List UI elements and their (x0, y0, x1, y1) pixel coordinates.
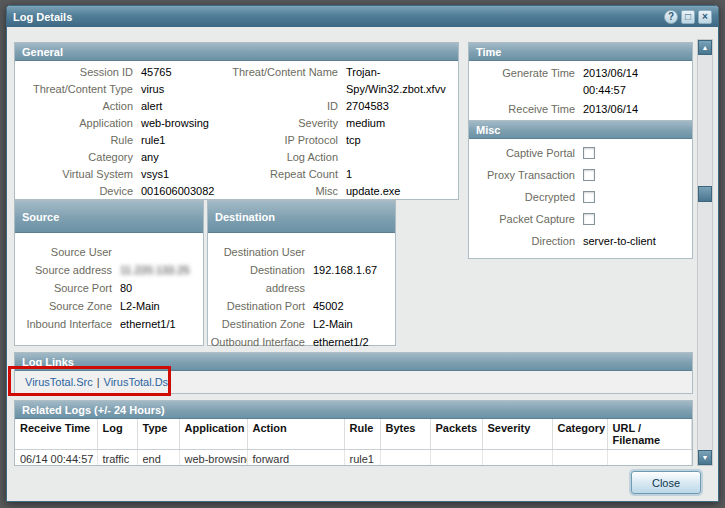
field-label: Device (19, 183, 141, 200)
field-value: any (141, 149, 159, 166)
scroll-down-icon[interactable]: ▼ (698, 450, 712, 465)
source-address-redacted: 11.220.133.25 (120, 261, 190, 279)
virustotal-dst-link[interactable]: VirusTotal.Dst (104, 376, 172, 388)
field-ip-protocol: IP Protocoltcp (225, 132, 454, 149)
field-repeat-count: Repeat Count1 (225, 166, 454, 183)
field-label: Source User (17, 243, 120, 261)
field-label: Threat/Content Name (225, 64, 346, 98)
cell (482, 450, 552, 467)
cell (552, 450, 607, 467)
field-misc: Miscupdate.exe (225, 183, 454, 200)
cell (607, 450, 692, 467)
link-separator: | (97, 376, 100, 388)
captive-portal-checkbox[interactable] (583, 147, 595, 159)
field-label: Category (19, 149, 141, 166)
field-label: Destination User (210, 243, 313, 261)
field-captive-portal: Captive Portal (473, 142, 688, 164)
destination-panel: Destination Destination User Destination… (207, 200, 396, 346)
field-application: Applicationweb-browsing (19, 115, 225, 132)
log-links-panel: Log Links VirusTotal.Src|VirusTotal.Dst (14, 352, 693, 394)
destination-panel-body: Destination User Destination address192.… (208, 233, 395, 351)
field-value: virus (141, 81, 164, 98)
column-severity[interactable]: Severity (482, 419, 552, 450)
cell (430, 450, 482, 467)
scroll-up-icon[interactable]: ▲ (698, 40, 712, 55)
close-button[interactable]: Close (631, 471, 701, 494)
field-label: Action (19, 98, 141, 115)
field-label: ID (225, 98, 346, 115)
misc-panel-body: Captive Portal Proxy Transaction Decrypt… (469, 139, 692, 258)
column-bytes[interactable]: Bytes (380, 419, 430, 450)
field-severity: Severitymedium (225, 115, 454, 132)
field-direction: Directionserver-to-client (473, 230, 688, 252)
packet-capture-checkbox[interactable] (583, 213, 595, 225)
virustotal-src-link[interactable]: VirusTotal.Src (25, 376, 93, 388)
general-panel-body: Session ID45765 Threat/Content Typevirus… (15, 61, 458, 203)
field-value: 45002 (313, 297, 344, 315)
dialog-titlebar[interactable]: Log Details ? □ × (7, 6, 718, 27)
table-header-row: Receive Time Log Type Application Action… (15, 419, 692, 450)
field-label: Session ID (19, 64, 141, 81)
cell: web-browsing (179, 450, 247, 467)
help-icon[interactable]: ? (664, 10, 678, 24)
field-threat-content-name: Threat/Content NameTrojan-Spy/Win32.zbot… (225, 64, 454, 98)
field-value: alert (141, 98, 162, 115)
field-destination-address: Destination address192.168.1.67 (210, 261, 393, 297)
source-panel-header: Source (15, 201, 203, 233)
field-value: 2013/06/14 00:44:57 (583, 65, 678, 99)
misc-panel: Misc Captive Portal Proxy Transaction De… (468, 120, 693, 259)
field-label: Outbound Interface (210, 333, 313, 351)
column-action[interactable]: Action (247, 419, 344, 450)
field-label: Packet Capture (473, 211, 583, 228)
field-device: Device001606003082 (19, 183, 225, 200)
close-icon[interactable]: × (698, 10, 712, 24)
field-value: L2-Main (313, 315, 353, 333)
restore-icon[interactable]: □ (681, 10, 695, 24)
column-application[interactable]: Application (179, 419, 247, 450)
related-logs-panel: Related Logs (+/- 24 Hours) Receive Time… (14, 400, 693, 466)
column-category[interactable]: Category (552, 419, 607, 450)
general-left-column: Session ID45765 Threat/Content Typevirus… (19, 64, 225, 200)
field-label: Destination address (210, 261, 313, 297)
general-panel: General Session ID45765 Threat/Content T… (14, 42, 459, 200)
field-source-address: Source address11.220.133.25 (17, 261, 201, 279)
field-label: IP Protocol (225, 132, 346, 149)
field-label: Rule (19, 132, 141, 149)
field-rule: Rulerule1 (19, 132, 225, 149)
vertical-scrollbar[interactable]: ▲ ▼ (697, 39, 713, 466)
field-value: rule1 (141, 132, 165, 149)
column-packets[interactable]: Packets (430, 419, 482, 450)
field-value: server-to-client (583, 233, 656, 250)
screen: Log Details ? □ × General Session ID4576… (0, 0, 725, 508)
field-inbound-interface: Inbound Interfaceethernet1/1 (17, 315, 201, 333)
field-label: Inbound Interface (17, 315, 120, 333)
field-virtual-system: Virtual Systemvsys1 (19, 166, 225, 183)
cell: rule1 (344, 450, 380, 467)
field-id: ID2704583 (225, 98, 454, 115)
column-url-filename[interactable]: URL / Filename (607, 419, 692, 450)
field-outbound-interface: Outbound Interfaceethernet1/2 (210, 333, 393, 351)
field-threat-content-type: Threat/Content Typevirus (19, 81, 225, 98)
log-details-dialog: Log Details ? □ × General Session ID4576… (6, 5, 719, 502)
field-label: Captive Portal (473, 145, 583, 162)
field-source-port: Source Port80 (17, 279, 201, 297)
field-value: update.exe (346, 183, 454, 200)
field-value: web-browsing (141, 115, 209, 132)
cell: forward (247, 450, 344, 467)
field-value: 45765 (141, 64, 172, 81)
column-log[interactable]: Log (97, 419, 137, 450)
scrollbar-thumb[interactable] (698, 186, 712, 202)
column-type[interactable]: Type (137, 419, 179, 450)
field-action: Actionalert (19, 98, 225, 115)
proxy-transaction-checkbox[interactable] (583, 169, 595, 181)
field-packet-capture: Packet Capture (473, 208, 688, 230)
decrypted-checkbox[interactable] (583, 191, 595, 203)
dialog-title: Log Details (13, 11, 664, 23)
field-value: 192.168.1.67 (313, 261, 377, 297)
column-rule[interactable]: Rule (344, 419, 380, 450)
field-label: Source Port (17, 279, 120, 297)
field-value: 001606003082 (141, 183, 214, 200)
column-receive-time[interactable]: Receive Time (15, 419, 97, 450)
misc-panel-header: Misc (469, 121, 692, 139)
table-row[interactable]: 06/14 00:44:57 traffic end web-browsing … (15, 450, 692, 467)
